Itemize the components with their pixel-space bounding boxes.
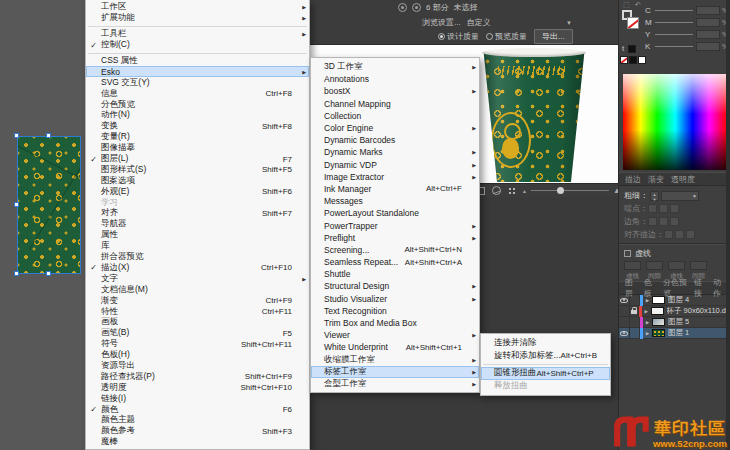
view-settings-value[interactable]: 自定义: [467, 17, 491, 28]
channel-slider[interactable]: [655, 22, 693, 23]
none-swatch-icon[interactable]: [620, 56, 628, 64]
chevron-down-icon[interactable]: ▼: [566, 20, 572, 26]
menu-item[interactable]: ✓ 控制(C) ▶: [86, 40, 309, 51]
layer-thumbnail[interactable]: [651, 307, 664, 315]
cup-3d-model[interactable]: [478, 48, 590, 182]
type-color-icon[interactable]: t: [622, 44, 624, 53]
lock-toggle[interactable]: [630, 295, 640, 306]
fill-stroke-proxy[interactable]: [622, 10, 644, 36]
export-button[interactable]: 导出...: [534, 29, 573, 44]
studio-nav-icon[interactable]: [412, 3, 421, 12]
pattern-artwork[interactable]: [17, 136, 81, 274]
menu-item[interactable]: ✓ 透明度 Shift+Ctrl+F10 ▶: [86, 382, 309, 393]
menu-item[interactable]: ✓ 收缩膜工作室 ▶: [311, 354, 479, 366]
menu-item[interactable]: ✓ 色板(H) ▶: [86, 350, 309, 361]
visibility-toggle[interactable]: [619, 306, 630, 317]
expand-arrow-icon[interactable]: ▶: [643, 298, 652, 303]
menu-item[interactable]: ✓ 文档信息(M) ▶: [86, 284, 309, 295]
lock-toggle[interactable]: [630, 317, 640, 328]
preview-quality-radio[interactable]: 预览质量: [486, 31, 527, 42]
studio-nav-icon[interactable]: [398, 3, 407, 12]
menu-item[interactable]: ✓ 分色预览 ▶: [86, 99, 309, 110]
menu-item[interactable]: ✓ 图形样式(S) Shift+F5 ▶: [86, 164, 309, 175]
lock-toggle[interactable]: [630, 306, 640, 317]
dash-value-input[interactable]: [624, 261, 641, 270]
grid-view-icon[interactable]: [508, 187, 516, 195]
layer-thumbnail[interactable]: [652, 318, 665, 326]
channel-value-input[interactable]: [696, 18, 720, 27]
menu-item[interactable]: ✓ 颜色主题 ▶: [86, 415, 309, 426]
menu-item[interactable]: ✓ Image Extractor ▶: [311, 171, 479, 183]
butt-cap-button[interactable]: [648, 204, 657, 213]
menu-item[interactable]: ✓ 魔棒 ▶: [86, 437, 309, 448]
expand-arrow-icon[interactable]: ▶: [642, 309, 651, 314]
round-cap-button[interactable]: [659, 204, 668, 213]
channel-slider[interactable]: [655, 46, 693, 47]
align-inside-button[interactable]: [675, 230, 684, 239]
round-join-button[interactable]: [659, 217, 668, 226]
menu-item[interactable]: ✓ 属性 ▶: [86, 230, 309, 241]
fill-none-proxy-icon[interactable]: [627, 17, 639, 29]
gap-value-input[interactable]: [690, 261, 707, 270]
menu-item[interactable]: ✓ 工具栏 ▶: [86, 29, 309, 40]
menu-item[interactable]: ✓ Text Recognition ▶: [311, 305, 479, 317]
channel-value-input[interactable]: [696, 6, 720, 15]
menu-item[interactable]: ✓ Seamless Repeat... Alt+Shift+Ctrl+A ▶: [311, 256, 479, 268]
channel-slider[interactable]: [655, 34, 693, 35]
menu-item[interactable]: ✓ 释放扭曲 ▶: [481, 380, 610, 393]
menu-item[interactable]: ✓ 学习 ▶: [86, 197, 309, 208]
menu-item[interactable]: ✓ 拼合器预览 ▶: [86, 252, 309, 263]
color-spectrum[interactable]: [623, 74, 727, 170]
dash-value-input[interactable]: [668, 261, 685, 270]
menu-item[interactable]: ✓ 外观(E) Shift+F6 ▶: [86, 186, 309, 197]
menu-item[interactable]: ✓ Structural Design ▶: [311, 280, 479, 292]
zoom-slider[interactable]: [531, 190, 609, 191]
lock-toggle[interactable]: [630, 328, 640, 339]
select-similar-icon[interactable]: ⬚: [623, 1, 630, 9]
zoom-slider-thumb[interactable]: [557, 187, 564, 194]
menu-item[interactable]: ✓ 画板 ▶: [86, 317, 309, 328]
layer-row[interactable]: ▶ 图层 5: [619, 317, 730, 328]
menu-item[interactable]: ✓ Screening... Alt+Shift+Ctrl+N ▶: [311, 244, 479, 256]
align-center-button[interactable]: [664, 230, 673, 239]
menu-item[interactable]: ✓ Dynamic Barcodes ▶: [311, 134, 479, 146]
bevel-join-button[interactable]: [670, 217, 679, 226]
menu-item[interactable]: ✓ PowerTrapper ▶: [311, 219, 479, 231]
menu-item[interactable]: ✓ 路径查找器(P) Shift+Ctrl+F9 ▶: [86, 371, 309, 382]
menu-item[interactable]: ✓ 符号 Shift+Ctrl+F11 ▶: [86, 339, 309, 350]
menu-item[interactable]: ✓ Dynamic VDP ▶: [311, 159, 479, 171]
menu-item[interactable]: ✓ 描边(X) Ctrl+F10 ▶: [86, 262, 309, 273]
layer-thumbnail[interactable]: [652, 329, 665, 337]
visibility-toggle[interactable]: [619, 317, 630, 328]
menu-item[interactable]: ✓ Messages ▶: [311, 195, 479, 207]
black-swatch-icon[interactable]: [629, 56, 637, 64]
layer-row[interactable]: ▶ 杯子 90x60x110.dae: [619, 306, 730, 317]
menu-item[interactable]: ✓ Esko ▶: [86, 66, 309, 77]
channel-slider[interactable]: [655, 10, 693, 11]
menu-item[interactable]: ✓ 画笔(B) F5 ▶: [86, 328, 309, 339]
menu-item[interactable]: ✓ 动作(N) ▶: [86, 110, 309, 121]
layer-thumbnail[interactable]: [652, 296, 665, 304]
selection-handle[interactable]: [14, 271, 19, 276]
visibility-toggle[interactable]: [619, 295, 630, 306]
layer-row[interactable]: ▶ 图层 4: [619, 295, 730, 306]
dashed-line-checkbox[interactable]: [624, 250, 631, 257]
white-swatch-icon[interactable]: [638, 56, 646, 64]
menu-item[interactable]: ✓ Preflight ▶: [311, 232, 479, 244]
menu-item[interactable]: ✓ 链接(I) ▶: [86, 393, 309, 404]
menu-item[interactable]: ✓ White Underprint Alt+Shift+Ctrl+1 ▶: [311, 341, 479, 353]
menu-item[interactable]: ✓ 文字 ▶: [86, 273, 309, 284]
menu-item[interactable]: ✓ 资源导出 ▶: [86, 361, 309, 372]
design-quality-radio[interactable]: 设计质量: [438, 31, 479, 42]
menu-item[interactable]: ✓ 扩展功能 ▶: [86, 13, 309, 24]
zoom-out-icon[interactable]: ▲: [522, 188, 527, 194]
channel-value-input[interactable]: [696, 42, 720, 51]
menu-item[interactable]: ✓ 连接并清除 ▶: [481, 337, 610, 350]
menu-item[interactable]: ✓ 盒型工作室 ▶: [311, 378, 479, 390]
weight-stepper[interactable]: ▲▼: [650, 191, 659, 201]
menu-item[interactable]: ✓ Trim Box and Media Box ▶: [311, 317, 479, 329]
menu-item[interactable]: ✓ 导航器 ▶: [86, 219, 309, 230]
menu-item[interactable]: ✓ Ink Manager Alt+Ctrl+F ▶: [311, 183, 479, 195]
selection-handle[interactable]: [46, 133, 51, 138]
channel-value-input[interactable]: [696, 30, 720, 39]
